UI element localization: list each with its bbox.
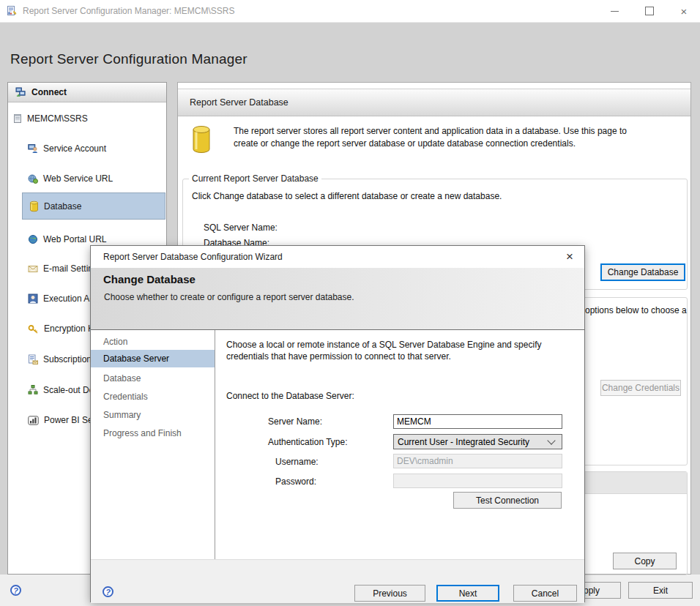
sidebar-item-service-account[interactable]: Service Account xyxy=(28,142,106,155)
previous-button[interactable]: Previous xyxy=(354,585,425,602)
password-input[interactable] xyxy=(393,474,562,488)
titlebar: Report Server Configuration Manager: MEM… xyxy=(0,0,700,23)
sidebar-item-web-portal-url[interactable]: Web Portal URL xyxy=(28,233,106,246)
subscription-settings-icon xyxy=(28,354,38,364)
credentials-text-fragment: options below to choose a xyxy=(585,305,687,315)
wizard-step-database-server[interactable]: Database Server xyxy=(91,350,215,367)
page-intro-text: The report server stores all report serv… xyxy=(234,125,651,150)
database-icon xyxy=(29,201,39,212)
encryption-keys-icon xyxy=(28,324,39,334)
dialog-nav-separator xyxy=(215,330,215,559)
sidebar-item-web-service-url[interactable]: Web Service URL xyxy=(28,172,113,185)
dialog-close-button[interactable]: × xyxy=(561,248,578,266)
minimize-button[interactable] xyxy=(598,0,630,22)
change-credentials-button[interactable]: Change Credentials xyxy=(600,380,681,396)
sidebar-item-label: Web Service URL xyxy=(43,173,113,184)
dialog-close-icon: × xyxy=(566,250,573,264)
dialog-heading: Change Database xyxy=(103,273,196,285)
username-input[interactable] xyxy=(393,454,562,468)
authentication-type-value: Current User - Integrated Security xyxy=(398,437,548,447)
main-help-button[interactable]: ? xyxy=(10,585,21,596)
wizard-step-credentials[interactable]: Credentials xyxy=(91,390,215,403)
sidebar-item-encryption-keys[interactable]: Encryption Ke xyxy=(28,322,99,335)
dialog-instruction-text: Choose a local or remote instance of a S… xyxy=(226,339,574,362)
wizard-step-database[interactable]: Database xyxy=(91,372,215,385)
close-button[interactable]: × xyxy=(668,0,700,22)
dialog-subheading: Choose whether to create or configure a … xyxy=(104,292,354,302)
exit-button[interactable]: Exit xyxy=(628,582,693,599)
wizard-step-action[interactable]: Action xyxy=(91,335,215,348)
database-large-icon xyxy=(191,125,212,157)
sidebar-item-label: Service Account xyxy=(43,143,106,154)
web-portal-url-icon xyxy=(28,234,38,244)
minimize-icon xyxy=(611,11,619,12)
close-icon: × xyxy=(681,6,688,17)
sidebar-item-subscription-settings[interactable]: Subscription S xyxy=(28,353,100,366)
sidebar-item-scale-out[interactable]: Scale-out Dep xyxy=(28,384,99,397)
scale-out-icon xyxy=(28,385,38,395)
app-icon xyxy=(6,5,18,19)
dialog-body: Action Database Server Database Credenti… xyxy=(91,330,584,559)
service-account-icon xyxy=(28,143,38,154)
help-icon: ? xyxy=(13,586,18,595)
power-bi-icon xyxy=(28,416,39,425)
dialog-footer: ? Previous Next Cancel xyxy=(91,559,584,603)
connect-label: Connect xyxy=(31,87,67,97)
sql-server-name-label: SQL Server Name: xyxy=(204,222,278,233)
sidebar-item-label: Web Portal URL xyxy=(43,234,106,244)
execution-account-icon xyxy=(28,293,38,304)
connect-button[interactable]: Connect xyxy=(8,83,166,102)
dialog-title: Report Server Database Configuration Wiz… xyxy=(103,252,283,262)
username-label: Username: xyxy=(275,457,319,467)
wizard-step-progress[interactable]: Progress and Finish xyxy=(91,427,215,440)
server-name-input[interactable] xyxy=(393,414,562,429)
copy-button[interactable]: Copy xyxy=(613,553,677,569)
password-label: Password: xyxy=(275,476,316,487)
connect-to-db-label: Connect to the Database Server: xyxy=(226,391,354,401)
dialog-help-button[interactable]: ? xyxy=(103,586,113,597)
page-title: Report Server Configuration Manager xyxy=(10,51,247,67)
current-db-group-title: Current Report Server Database xyxy=(189,173,321,184)
authentication-type-label: Authentication Type: xyxy=(268,437,348,447)
web-service-url-icon xyxy=(28,173,38,184)
dialog-titlebar: Report Server Database Configuration Wiz… xyxy=(91,246,584,268)
server-name-label: Server Name: xyxy=(268,416,322,427)
maximize-button[interactable] xyxy=(633,0,666,22)
wizard-step-summary[interactable]: Summary xyxy=(91,408,215,422)
connect-icon xyxy=(15,87,26,97)
sidebar-item-server[interactable]: MEMCM\SSRS xyxy=(13,112,88,125)
maximize-icon xyxy=(645,7,654,15)
dialog-help-icon: ? xyxy=(105,588,111,596)
page-header-band: Report Server Database xyxy=(178,89,690,116)
current-db-description: Click Change database to select a differ… xyxy=(192,191,502,201)
test-connection-button[interactable]: Test Connection xyxy=(453,492,562,509)
change-database-wizard-dialog: Report Server Database Configuration Wiz… xyxy=(90,245,585,602)
sidebar-item-execution-account[interactable]: Execution Acc xyxy=(28,292,98,305)
sidebar-item-database[interactable]: Database xyxy=(22,192,165,220)
report-server-config-manager-window: Report Server Configuration Manager: MEM… xyxy=(0,0,700,606)
cancel-button[interactable]: Cancel xyxy=(513,585,577,602)
page-header-title: Report Server Database xyxy=(190,97,288,108)
authentication-type-select[interactable]: Current User - Integrated Security xyxy=(393,434,562,449)
chevron-down-icon xyxy=(547,436,555,444)
email-settings-icon xyxy=(28,264,38,273)
sidebar-item-power-bi[interactable]: Power BI Serv xyxy=(28,414,100,427)
sidebar-item-label: MEMCM\SSRS xyxy=(27,113,88,124)
next-button[interactable]: Next xyxy=(436,585,499,602)
dialog-header: Change Database Choose whether to create… xyxy=(91,268,584,330)
sidebar-item-label: Database xyxy=(44,201,81,212)
window-title: Report Server Configuration Manager: MEM… xyxy=(23,6,234,16)
server-icon xyxy=(13,113,22,124)
change-database-button[interactable]: Change Database xyxy=(600,263,685,281)
